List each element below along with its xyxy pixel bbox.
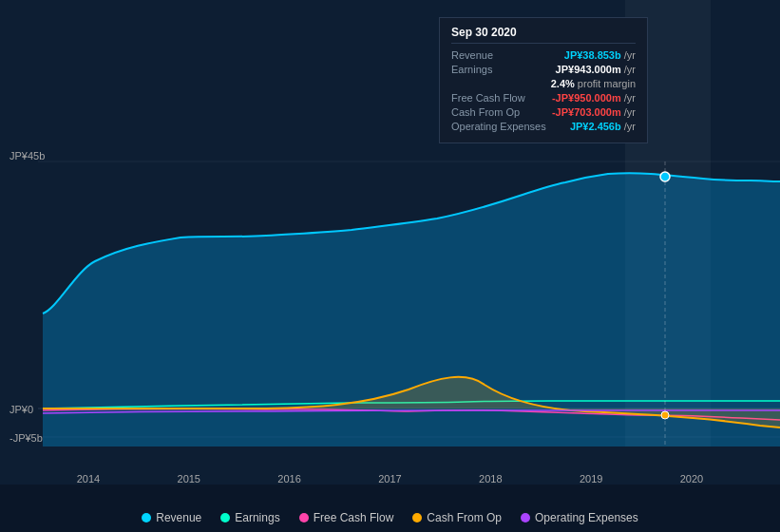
- legend-cfo[interactable]: Cash From Op: [412, 511, 502, 524]
- x-label-2018: 2018: [479, 473, 502, 484]
- legend-opex[interactable]: Operating Expenses: [521, 511, 638, 524]
- svg-point-6: [660, 172, 670, 181]
- legend-fcf[interactable]: Free Cash Flow: [299, 511, 394, 524]
- tooltip-label-earnings: Earnings: [451, 64, 492, 75]
- tooltip-panel: Sep 30 2020 Revenue JP¥38.853b /yr Earni…: [439, 17, 648, 143]
- legend-revenue[interactable]: Revenue: [142, 511, 201, 524]
- tooltip-row-cfo: Cash From Op -JP¥703.000m /yr: [451, 106, 636, 118]
- tooltip-value-earnings: JP¥943.000m /yr: [556, 64, 636, 75]
- x-axis: 2014 2015 2016 2017 2018 2019 2020: [0, 473, 780, 484]
- legend-label-opex: Operating Expenses: [535, 511, 638, 524]
- y-label-top: JP¥45b: [10, 150, 45, 162]
- tooltip-value-margin: 2.4% profit margin: [551, 78, 636, 89]
- tooltip-row-margin: 2.4% profit margin: [451, 78, 636, 89]
- x-label-2020: 2020: [680, 473, 703, 484]
- tooltip-value-revenue: JP¥38.853b /yr: [564, 49, 636, 61]
- tooltip-date: Sep 30 2020: [451, 26, 636, 44]
- legend-earnings[interactable]: Earnings: [220, 511, 279, 524]
- x-label-2016: 2016: [277, 473, 300, 484]
- legend-label-cfo: Cash From Op: [427, 511, 502, 524]
- y-label-bot: -JP¥5b: [10, 432, 43, 444]
- tooltip-row-revenue: Revenue JP¥38.853b /yr: [451, 49, 636, 61]
- tooltip-label-fcf: Free Cash Flow: [451, 92, 525, 104]
- legend-label-revenue: Revenue: [156, 511, 201, 524]
- legend-dot-earnings: [220, 513, 230, 522]
- x-label-2017: 2017: [378, 473, 401, 484]
- legend-label-fcf: Free Cash Flow: [314, 511, 394, 524]
- tooltip-row-opex: Operating Expenses JP¥2.456b /yr: [451, 121, 636, 132]
- tooltip-value-opex: JP¥2.456b /yr: [570, 121, 636, 132]
- legend-label-earnings: Earnings: [235, 511, 279, 524]
- chart-legend: Revenue Earnings Free Cash Flow Cash Fro…: [0, 511, 780, 524]
- tooltip-value-cfo: -JP¥703.000m /yr: [552, 106, 636, 118]
- tooltip-value-fcf: -JP¥950.000m /yr: [552, 92, 636, 104]
- tooltip-label-revenue: Revenue: [451, 49, 493, 61]
- legend-dot-cfo: [412, 513, 422, 522]
- tooltip-row-fcf: Free Cash Flow -JP¥950.000m /yr: [451, 92, 636, 104]
- x-label-2014: 2014: [77, 473, 100, 484]
- tooltip-label-cfo: Cash From Op: [451, 106, 520, 118]
- legend-dot-opex: [521, 513, 530, 522]
- tooltip-label-opex: Operating Expenses: [451, 121, 546, 132]
- svg-point-7: [661, 411, 669, 419]
- legend-dot-revenue: [142, 513, 151, 522]
- legend-dot-fcf: [299, 513, 309, 522]
- x-label-2019: 2019: [580, 473, 602, 484]
- x-label-2015: 2015: [178, 473, 200, 484]
- y-label-mid: JP¥0: [10, 404, 33, 415]
- tooltip-row-earnings: Earnings JP¥943.000m /yr: [451, 64, 636, 75]
